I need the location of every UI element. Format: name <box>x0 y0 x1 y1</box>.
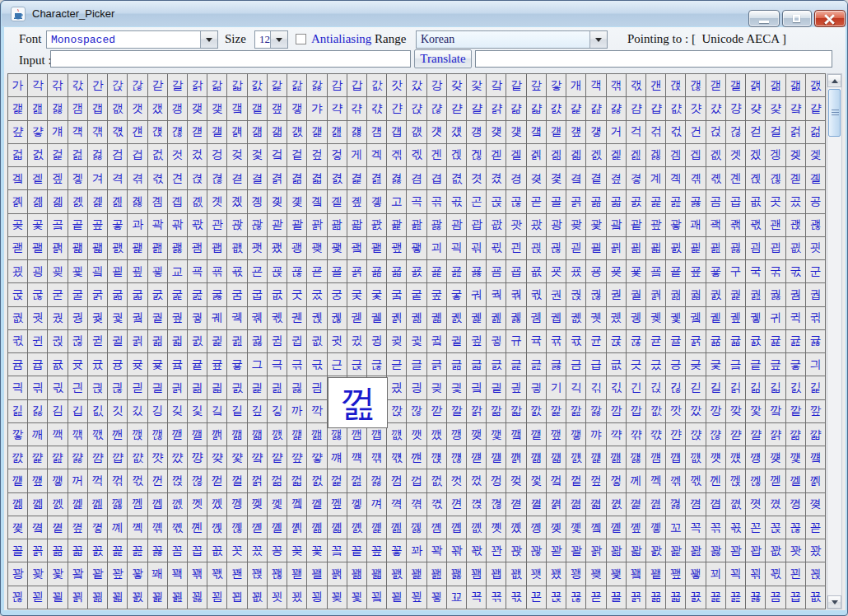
char-cell[interactable]: 결 <box>248 167 268 190</box>
char-cell[interactable]: 긠 <box>227 376 247 399</box>
char-cell[interactable]: 긎 <box>686 353 706 376</box>
char-cell[interactable]: 겻 <box>467 167 487 190</box>
char-cell[interactable]: 꽌 <box>487 539 506 562</box>
char-cell[interactable]: 걮 <box>566 121 586 144</box>
char-cell[interactable]: 깗 <box>506 400 526 423</box>
char-cell[interactable]: 꺥 <box>427 446 447 469</box>
char-cell[interactable]: 긴 <box>627 376 646 399</box>
char-cell[interactable]: 규 <box>506 330 526 353</box>
char-cell[interactable]: 궦 <box>248 307 268 330</box>
char-cell[interactable]: 귛 <box>487 330 506 353</box>
char-cell[interactable]: 걜 <box>207 121 227 144</box>
char-cell[interactable]: 꽅 <box>347 539 367 562</box>
char-cell[interactable]: 긽 <box>806 376 826 399</box>
char-cell[interactable]: 걈 <box>627 97 646 120</box>
char-cell[interactable]: 겏 <box>407 144 426 167</box>
input-field[interactable] <box>50 50 411 68</box>
char-cell[interactable]: 겷 <box>387 167 407 190</box>
char-cell[interactable]: 긓 <box>786 353 806 376</box>
char-cell[interactable]: 겱 <box>268 167 287 190</box>
char-cell[interactable]: 궏 <box>607 283 627 306</box>
char-cell[interactable]: 꼾 <box>207 539 227 562</box>
char-cell[interactable]: 긳 <box>607 376 627 399</box>
char-cell[interactable]: 껛 <box>686 469 706 492</box>
char-cell[interactable]: 껢 <box>8 493 28 516</box>
char-cell[interactable]: 걭 <box>547 121 566 144</box>
char-cell[interactable]: 괙 <box>706 214 726 237</box>
char-cell[interactable]: 궘 <box>786 283 806 306</box>
char-cell[interactable]: 걫 <box>506 121 526 144</box>
char-cell[interactable]: 껋 <box>367 469 387 492</box>
char-cell[interactable]: 궒 <box>666 283 686 306</box>
char-cell[interactable]: 곂 <box>607 167 627 190</box>
char-cell[interactable]: 깰 <box>188 423 207 446</box>
char-cell[interactable]: 꺀 <box>506 423 526 446</box>
char-cell[interactable]: 걙 <box>148 121 168 144</box>
char-cell[interactable]: 굦 <box>607 260 627 283</box>
char-cell[interactable]: 겲 <box>287 167 307 190</box>
char-cell[interactable]: 곽 <box>148 214 168 237</box>
char-cell[interactable]: 근 <box>328 353 347 376</box>
char-cell[interactable]: 깽 <box>447 423 467 446</box>
char-cell[interactable]: 괚 <box>726 214 746 237</box>
char-cell[interactable]: 궃 <box>367 283 387 306</box>
char-cell[interactable]: 꺮 <box>607 446 627 469</box>
char-cell[interactable]: 귵 <box>188 353 207 376</box>
char-cell[interactable]: 꽣 <box>128 562 147 586</box>
char-cell[interactable]: 걝 <box>227 121 247 144</box>
char-cell[interactable]: 갌 <box>248 74 268 97</box>
char-cell[interactable]: 껃 <box>207 469 227 492</box>
char-cell[interactable]: 궖 <box>746 283 766 306</box>
char-cell[interactable]: 걄 <box>547 97 566 120</box>
char-cell[interactable]: 궢 <box>168 307 188 330</box>
char-cell[interactable]: 깵 <box>287 423 307 446</box>
char-cell[interactable]: 곋 <box>786 167 806 190</box>
char-cell[interactable]: 긶 <box>666 376 686 399</box>
char-cell[interactable]: 궙 <box>806 283 826 306</box>
char-cell[interactable]: 궤 <box>207 307 227 330</box>
char-cell[interactable]: 겒 <box>467 144 487 167</box>
char-cell[interactable]: 꾌 <box>128 586 147 609</box>
char-cell[interactable]: 갆 <box>128 74 147 97</box>
char-cell[interactable]: 곲 <box>746 190 766 213</box>
char-cell[interactable]: 꽳 <box>447 562 467 586</box>
char-cell[interactable]: 꼸 <box>88 539 108 562</box>
char-cell[interactable]: 꺏 <box>806 423 826 446</box>
char-cell[interactable]: 긣 <box>287 376 307 399</box>
char-cell[interactable]: 곘 <box>227 190 247 213</box>
char-cell[interactable]: 겴 <box>328 167 347 190</box>
char-cell[interactable]: 곴 <box>786 190 806 213</box>
char-cell[interactable]: 꼓 <box>168 516 188 539</box>
char-cell[interactable]: 걲 <box>646 121 666 144</box>
char-cell[interactable]: 깡 <box>706 400 726 423</box>
char-cell[interactable]: 꽇 <box>387 539 407 562</box>
char-cell[interactable]: 궍 <box>566 283 586 306</box>
char-cell[interactable]: 괨 <box>188 237 207 260</box>
char-cell[interactable]: 깱 <box>207 423 227 446</box>
char-cell[interactable]: 굉 <box>28 260 48 283</box>
char-cell[interactable]: 꾔 <box>287 586 307 609</box>
char-cell[interactable]: 굔 <box>248 260 268 283</box>
char-cell[interactable]: 꾩 <box>706 586 726 609</box>
char-cell[interactable]: 깧 <box>8 423 28 446</box>
char-cell[interactable]: 궹 <box>627 307 646 330</box>
char-cell[interactable]: 귟 <box>566 330 586 353</box>
char-cell[interactable]: 갧 <box>786 74 806 97</box>
char-cell[interactable]: 겂 <box>148 144 168 167</box>
char-cell[interactable]: 곃 <box>627 167 646 190</box>
char-cell[interactable]: 깟 <box>666 400 686 423</box>
char-cell[interactable]: 긊 <box>607 353 627 376</box>
char-cell[interactable]: 꾃 <box>766 562 785 586</box>
char-cell[interactable]: 곇 <box>706 167 726 190</box>
char-cell[interactable]: 격 <box>108 167 128 190</box>
char-cell[interactable]: 긏 <box>706 353 726 376</box>
char-cell[interactable]: 관 <box>207 214 227 237</box>
char-cell[interactable]: 걬 <box>527 121 547 144</box>
char-cell[interactable]: 껁 <box>168 469 188 492</box>
char-cell[interactable]: 군 <box>806 260 826 283</box>
char-cell[interactable]: 꼎 <box>68 516 88 539</box>
char-cell[interactable]: 굼 <box>227 283 247 306</box>
char-cell[interactable]: 깯 <box>168 423 188 446</box>
char-cell[interactable]: 껓 <box>527 469 547 492</box>
char-cell[interactable]: 긲 <box>586 376 606 399</box>
